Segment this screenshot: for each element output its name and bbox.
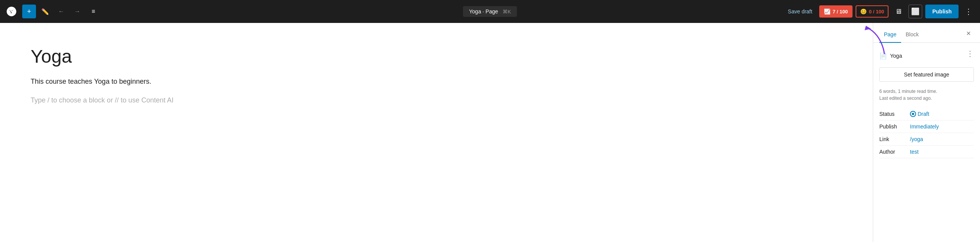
page-title-button[interactable]: Yoga · Page ⌘K (463, 6, 517, 17)
toolbar: W + ✏️ ← → ≡ Yoga · Page ⌘K Save draft 📈… (0, 0, 980, 23)
seo-score-button[interactable]: 📈 7 / 100 (819, 5, 853, 18)
page-title-shortcut: ⌘K (503, 9, 511, 15)
svg-text:W: W (9, 9, 13, 14)
redo-button[interactable]: → (70, 5, 84, 18)
main-area: Yoga This course teaches Yoga to beginne… (0, 23, 980, 242)
save-draft-button[interactable]: Save draft (784, 6, 816, 17)
toolbar-center: Yoga · Page ⌘K (463, 6, 517, 17)
link-row: Link /yoga (879, 133, 974, 146)
block-placeholder[interactable]: Type / to choose a block or // to use Co… (31, 95, 842, 106)
post-content[interactable]: This course teaches Yoga to beginners. (31, 76, 842, 87)
link-value[interactable]: /yoga (910, 136, 923, 142)
sidebar-tabs: Page Block × (873, 23, 980, 43)
seo-score-value: 7 / 100 (833, 9, 848, 15)
undo-button[interactable]: ← (54, 5, 68, 18)
status-value[interactable]: Draft (910, 111, 929, 117)
publish-label: Publish (879, 123, 910, 130)
word-count-info: 6 words, 1 minute read time. Last edited… (879, 88, 974, 102)
wordpress-logo[interactable]: W (5, 5, 18, 18)
sidebar: Page Block × 📄 Yoga ⋮ Set featured image… (873, 23, 980, 242)
readability-score-value: 0 / 100 (869, 9, 884, 15)
tab-page[interactable]: Page (879, 27, 901, 43)
toolbar-right: Save draft 📈 7 / 100 😊 0 / 100 🖥 ⬜ Publi… (784, 5, 975, 18)
meta-table: Status Draft Publish Immediately Link /y… (879, 108, 974, 158)
readability-score-icon: 😊 (860, 8, 867, 15)
list-view-button[interactable]: ≡ (87, 5, 100, 18)
author-value[interactable]: test (910, 149, 919, 155)
sidebar-close-button[interactable]: × (963, 26, 974, 41)
draft-circle-icon (910, 111, 916, 117)
tools-button[interactable]: ✏️ (38, 5, 52, 18)
publish-value[interactable]: Immediately (910, 123, 939, 130)
add-block-button[interactable]: + (22, 5, 36, 18)
tab-block[interactable]: Block (901, 27, 923, 43)
view-button[interactable]: 🖥 (892, 5, 905, 18)
page-icon: 📄 (879, 52, 887, 60)
options-button[interactable]: ⋮ (962, 5, 975, 18)
readability-score-button[interactable]: 😊 0 / 100 (856, 5, 889, 18)
status-label: Status (879, 111, 910, 117)
post-title[interactable]: Yoga (31, 46, 842, 67)
sidebar-content: 📄 Yoga ⋮ Set featured image 6 words, 1 m… (873, 43, 980, 164)
link-label: Link (879, 136, 910, 142)
author-label: Author (879, 149, 910, 155)
set-featured-image-button[interactable]: Set featured image (879, 67, 974, 82)
page-name-label: Yoga (890, 53, 963, 59)
publish-button[interactable]: Publish (925, 5, 959, 18)
status-text: Draft (918, 111, 929, 117)
status-row: Status Draft (879, 108, 974, 120)
editor-area[interactable]: Yoga This course teaches Yoga to beginne… (0, 23, 873, 242)
layout-button[interactable]: ⬜ (908, 5, 922, 18)
author-row: Author test (879, 146, 974, 158)
publish-row: Publish Immediately (879, 120, 974, 133)
page-more-options-button[interactable]: ⋮ (966, 49, 974, 58)
page-title-text: Yoga · Page (469, 8, 498, 15)
page-info-row: 📄 Yoga ⋮ (879, 49, 974, 63)
seo-score-icon: 📈 (824, 8, 830, 15)
